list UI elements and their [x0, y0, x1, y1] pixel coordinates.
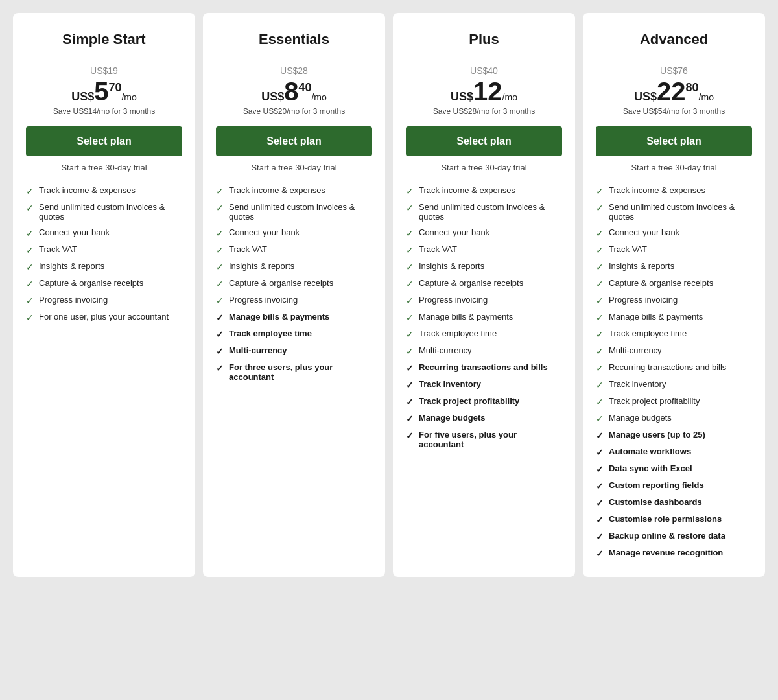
original-price-plus: US$40 [406, 65, 562, 76]
feature-text: Insights & reports [229, 261, 294, 271]
select-plan-button-plus[interactable]: Select plan [406, 126, 562, 156]
check-icon: ✓ [406, 296, 414, 306]
original-price-simple-start: US$19 [26, 65, 182, 76]
check-icon: ✓ [406, 279, 414, 289]
divider-plus [406, 56, 562, 56]
price-mo-simple-start: /mo [121, 92, 136, 102]
feature-text: Insights & reports [609, 261, 674, 271]
feature-text: Track income & expenses [39, 185, 136, 195]
list-item: ✓Connect your bank [216, 228, 372, 239]
select-plan-button-advanced[interactable]: Select plan [596, 126, 752, 156]
feature-text: Track VAT [609, 244, 647, 254]
divider-essentials [216, 56, 372, 56]
features-list-simple-start: ✓Track income & expenses✓Send unlimited … [26, 185, 182, 323]
check-icon: ✓ [596, 481, 604, 491]
feature-text: Automate workflows [609, 447, 691, 456]
feature-text: Manage bills & payments [419, 312, 513, 321]
select-plan-button-simple-start[interactable]: Select plan [26, 126, 182, 156]
price-mo-essentials: /mo [311, 92, 326, 102]
feature-text: Send unlimited custom invoices & quotes [419, 202, 562, 222]
feature-text: Customise dashboards [609, 497, 702, 507]
select-plan-button-essentials[interactable]: Select plan [216, 126, 372, 156]
feature-text: Track inventory [609, 379, 666, 389]
list-item: ✓For one user, plus your accountant [26, 312, 182, 323]
check-icon: ✓ [596, 380, 604, 390]
plan-card-advanced: AdvancedUS$76US$2280/moSave US$54/mo for… [583, 13, 765, 577]
check-icon: ✓ [596, 548, 604, 559]
list-item: ✓Manage bills & payments [596, 312, 752, 323]
list-item: ✓Connect your bank [26, 228, 182, 239]
list-item: ✓Multi-currency [596, 345, 752, 356]
feature-text: Data sync with Excel [609, 463, 692, 473]
check-icon: ✓ [596, 186, 604, 196]
list-item: ✓Insights & reports [596, 261, 752, 272]
list-item: ✓Manage bills & payments [406, 312, 562, 323]
check-icon: ✓ [26, 296, 34, 306]
list-item: ✓Data sync with Excel [596, 463, 752, 474]
current-price-essentials: US$840/mo [216, 78, 372, 104]
feature-text: Customise role permissions [609, 514, 722, 524]
list-item: ✓For five users, plus your accountant [406, 430, 562, 449]
check-icon: ✓ [596, 296, 604, 306]
price-sup-essentials: 40 [298, 81, 311, 94]
check-icon: ✓ [216, 245, 224, 255]
check-icon: ✓ [406, 329, 414, 340]
check-icon: ✓ [596, 531, 604, 542]
feature-text: Manage budgets [419, 413, 486, 423]
feature-text: For one user, plus your accountant [39, 312, 169, 321]
feature-text: Progress invoicing [419, 295, 488, 305]
feature-text: Send unlimited custom invoices & quotes [609, 202, 752, 222]
trial-text-plus: Start a free 30-day trial [406, 163, 562, 172]
trial-text-advanced: Start a free 30-day trial [596, 163, 752, 172]
list-item: ✓Send unlimited custom invoices & quotes [406, 202, 562, 222]
price-main-plus: 12 [473, 77, 502, 106]
price-mo-advanced: /mo [699, 92, 714, 102]
check-icon: ✓ [216, 296, 224, 306]
list-item: ✓Connect your bank [596, 228, 752, 239]
check-icon: ✓ [596, 329, 604, 340]
price-main-essentials: 840 [284, 77, 311, 106]
feature-text: Connect your bank [419, 228, 489, 237]
feature-text: Manage users (up to 25) [609, 430, 705, 439]
check-icon: ✓ [596, 447, 604, 458]
list-item: ✓Multi-currency [406, 345, 562, 356]
list-item: ✓Custom reporting fields [596, 480, 752, 491]
check-icon: ✓ [26, 203, 34, 213]
feature-text: Connect your bank [39, 228, 110, 237]
check-icon: ✓ [216, 312, 224, 323]
save-text-essentials: Save US$20/mo for 3 months [216, 107, 372, 116]
original-price-essentials: US$28 [216, 65, 372, 76]
divider-advanced [596, 56, 752, 56]
price-sup-simple-start: 70 [108, 81, 121, 94]
list-item: ✓Track project profitability [406, 396, 562, 407]
check-icon: ✓ [406, 414, 414, 424]
list-item: ✓Progress invoicing [26, 295, 182, 306]
check-icon: ✓ [26, 312, 34, 323]
list-item: ✓Manage budgets [596, 413, 752, 424]
list-item: ✓Capture & organise receipts [216, 278, 372, 289]
feature-text: Capture & organise receipts [229, 278, 333, 288]
feature-text: Multi-currency [609, 345, 662, 355]
list-item: ✓Track employee time [596, 329, 752, 340]
list-item: ✓Track income & expenses [596, 185, 752, 196]
list-item: ✓Progress invoicing [596, 295, 752, 306]
list-item: ✓Track income & expenses [406, 185, 562, 196]
check-icon: ✓ [596, 363, 604, 373]
list-item: ✓Manage budgets [406, 413, 562, 424]
feature-text: Track project profitability [609, 396, 700, 406]
feature-text: Send unlimited custom invoices & quotes [39, 202, 182, 222]
check-icon: ✓ [406, 262, 414, 272]
check-icon: ✓ [596, 464, 604, 474]
list-item: ✓Track employee time [216, 329, 372, 340]
check-icon: ✓ [216, 186, 224, 196]
check-icon: ✓ [26, 228, 34, 239]
features-list-plus: ✓Track income & expenses✓Send unlimited … [406, 185, 562, 449]
save-text-advanced: Save US$54/mo for 3 months [596, 107, 752, 116]
feature-text: Track VAT [419, 244, 457, 254]
list-item: ✓Track inventory [596, 379, 752, 390]
check-icon: ✓ [596, 203, 604, 213]
feature-text: Multi-currency [419, 345, 472, 355]
feature-text: Send unlimited custom invoices & quotes [229, 202, 372, 222]
list-item: ✓Send unlimited custom invoices & quotes [216, 202, 372, 222]
check-icon: ✓ [596, 498, 604, 508]
